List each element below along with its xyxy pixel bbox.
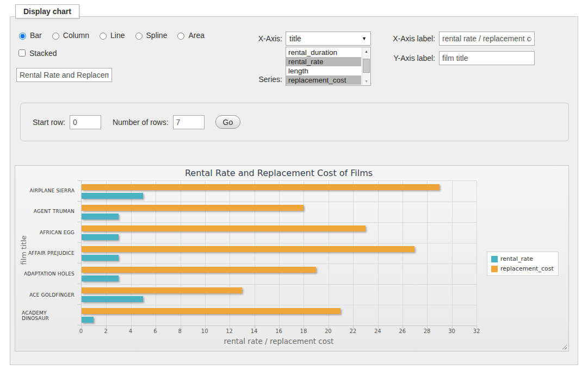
gridline-vertical <box>106 181 107 325</box>
x-tick-label: 6 <box>153 328 157 334</box>
row-range-box: Start row: Number of rows: Go <box>20 103 569 141</box>
gridline-horizontal <box>82 222 476 223</box>
gridline-vertical <box>452 181 453 325</box>
legend-swatch-icon <box>491 266 498 272</box>
chart-title-input[interactable] <box>16 68 112 82</box>
chart: Rental Rate and Replacement Cost of Film… <box>15 165 569 352</box>
chart-type-text: Bar <box>30 31 42 40</box>
plot-area <box>81 180 476 326</box>
y-axis-label-input[interactable] <box>439 51 535 65</box>
gridline-horizontal <box>82 284 476 285</box>
x-tick-label: 10 <box>201 328 208 334</box>
category-label: AFFAIR PREJUDICE <box>22 243 78 264</box>
chart-type-radio-line[interactable] <box>100 33 107 40</box>
series-option-replacement_cost[interactable]: replacement_cost <box>286 76 361 85</box>
bar-rental_rate[interactable] <box>82 296 143 302</box>
category-label: AFRICAN EGG <box>22 222 78 243</box>
gridline-vertical <box>205 181 206 325</box>
gridline-vertical <box>131 181 132 325</box>
category-label: ACE GOLDFINGER <box>22 284 78 305</box>
gridline-vertical <box>156 181 156 325</box>
stacked-text: Stacked <box>29 49 57 58</box>
bar-replacement_cost[interactable] <box>82 267 316 273</box>
y-tick-mark <box>78 284 81 284</box>
gridline-horizontal <box>82 243 476 243</box>
x-tick-label: 8 <box>178 328 182 334</box>
gridline-vertical <box>255 181 255 325</box>
x-axis-title: rental rate / replacement cost <box>81 337 476 346</box>
chart-type-group: BarColumnLineSplineArea <box>16 31 205 40</box>
scroll-down-icon[interactable]: ▼ <box>362 77 370 85</box>
x-tick-label: 18 <box>300 328 307 334</box>
bar-rental_rate[interactable] <box>82 275 119 281</box>
bar-replacement_cost[interactable] <box>82 308 341 314</box>
x-axis-label-row: X-Axis label: <box>315 32 535 46</box>
start-row-input[interactable] <box>70 115 101 129</box>
chart-type-radio-bar[interactable] <box>19 33 26 40</box>
legend-item-replacement_cost[interactable]: replacement_cost <box>491 265 554 272</box>
x-tick-label: 28 <box>424 328 431 334</box>
bar-rental_rate[interactable] <box>82 214 119 220</box>
chart-type-spline: Spline <box>133 31 168 40</box>
bar-rental_rate[interactable] <box>82 234 119 240</box>
gridline-vertical <box>378 181 379 325</box>
chart-legend: rental_ratereplacement_cost <box>487 252 559 276</box>
chart-type-text: Line <box>110 31 125 40</box>
chart-type-radio-spline[interactable] <box>135 33 143 40</box>
category-label: AGENT TRUMAN <box>22 201 78 222</box>
y-tick-mark <box>78 222 81 222</box>
chart-type-area: Area <box>175 31 205 40</box>
chart-type-radio-column[interactable] <box>52 33 59 40</box>
chart-type-radio-area[interactable] <box>177 33 184 40</box>
y-tick-mark <box>78 263 81 264</box>
x-tick-label: 30 <box>448 328 455 334</box>
x-tick-label: 12 <box>226 328 233 334</box>
x-axis-label-input[interactable] <box>439 32 535 46</box>
x-tick-label: 22 <box>349 328 356 334</box>
gridline-vertical <box>279 181 280 325</box>
bar-rental_rate[interactable] <box>82 193 143 199</box>
x-tick-label: 2 <box>104 328 107 334</box>
legend-label: rental_rate <box>500 255 533 262</box>
bar-replacement_cost[interactable] <box>82 184 440 190</box>
gridline-vertical <box>353 181 354 325</box>
gridline-vertical <box>329 181 329 325</box>
y-tick-mark <box>78 304 81 305</box>
x-tick-label: 4 <box>129 328 132 334</box>
panel-title: Display chart <box>15 4 79 18</box>
stacked-row: Stacked <box>16 48 57 58</box>
num-rows-label: Number of rows: <box>113 118 169 127</box>
y-tick-mark <box>78 325 81 325</box>
bar-rental_rate[interactable] <box>82 255 119 261</box>
x-tick-label: 24 <box>374 328 381 334</box>
display-chart-panel: Display chart BarColumnLineSplineArea St… <box>10 16 578 365</box>
x-tick-label: 0 <box>79 328 83 334</box>
y-tick-mark <box>78 201 81 202</box>
legend-item-rental_rate[interactable]: rental_rate <box>491 255 554 262</box>
category-labels: AIRPLANE SIERRAAGENT TRUMANAFRICAN EGGAF… <box>22 180 78 326</box>
series-label: Series: <box>258 75 282 84</box>
category-label: ACADEMY DINOSAUR <box>22 305 78 326</box>
bar-replacement_cost[interactable] <box>82 205 304 211</box>
y-axis-label-row: Y-Axis label: <box>315 51 535 65</box>
series-option-length[interactable]: length <box>286 66 361 76</box>
bar-rental_rate[interactable] <box>82 317 94 323</box>
bar-replacement_cost[interactable] <box>82 225 366 231</box>
gridline-vertical <box>230 181 230 325</box>
chart-type-text: Column <box>63 31 89 40</box>
gridline-vertical <box>427 181 428 325</box>
chart-type-bar: Bar <box>16 31 42 40</box>
x-axis-label-label: X-Axis label: <box>393 34 435 43</box>
num-rows-input[interactable] <box>173 115 205 129</box>
x-tick-label: 32 <box>473 328 480 334</box>
go-button[interactable]: Go <box>215 115 241 129</box>
x-tick-label: 14 <box>251 328 258 334</box>
resize-handle-icon[interactable] <box>561 343 567 349</box>
bar-replacement_cost[interactable] <box>82 287 242 293</box>
gridline-vertical <box>181 181 181 325</box>
stacked-checkbox[interactable] <box>18 49 26 57</box>
start-row-label: Start row: <box>33 118 65 127</box>
chart-type-column: Column <box>49 31 89 40</box>
y-tick-mark <box>78 242 81 243</box>
bar-replacement_cost[interactable] <box>82 246 414 252</box>
